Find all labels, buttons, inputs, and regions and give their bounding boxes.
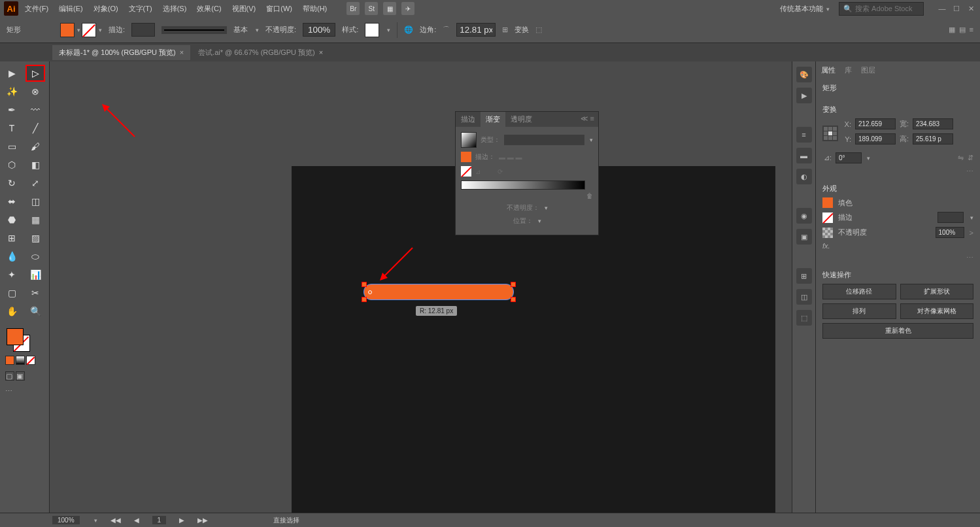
width-input[interactable] [913,118,953,129]
stroke-swatch-prop[interactable] [822,212,833,223]
zoom-level[interactable]: 100% [52,516,80,524]
workspace-switcher[interactable]: 传统基本功能 ▾ [777,4,832,14]
gradient-preview[interactable] [461,132,477,148]
height-input[interactable] [913,133,953,144]
rotate-tool[interactable]: ↻ [2,175,22,192]
bridge-icon[interactable]: Br [346,2,360,15]
page-number[interactable]: 1 [152,516,167,524]
panel-tab-gradient[interactable]: 渐变 [481,112,505,127]
rectangle-tool[interactable]: ▭ [2,138,22,155]
arrange-docs-icon[interactable]: ▦ [383,2,396,15]
opacity-input-prop[interactable] [936,227,964,238]
color-mode-solid[interactable] [5,356,14,365]
menu-effect[interactable]: 效果(C) [193,1,225,16]
curvature-tool[interactable]: 〰 [25,101,45,118]
pen-tool[interactable]: ✒ [2,101,22,118]
menu-file[interactable]: 文件(F) [21,1,52,16]
gradient-type-dropdown[interactable] [504,135,584,145]
stroke-swatch[interactable] [82,23,96,37]
perspective-tool[interactable]: ▦ [25,211,45,228]
mesh-tool[interactable]: ⊞ [2,230,22,246]
more-appearance-icon[interactable]: ⋯ [822,254,973,262]
transform-panel-icon[interactable]: ⬚ [796,310,812,326]
line-tool[interactable]: ╱ [25,120,45,137]
menu-select[interactable]: 选择(S) [159,1,191,16]
symbol-tool[interactable]: ✦ [2,266,22,283]
grad-stroke-swatch[interactable] [461,166,471,177]
props-tab-layers[interactable]: 图层 [861,65,875,75]
grad-fill-swatch[interactable] [461,152,471,162]
fx-label[interactable]: fx. [822,242,830,250]
nav-fwd-icon[interactable]: ▶ [179,517,184,524]
tab-close-icon[interactable]: × [180,48,184,56]
selection-tool[interactable]: ▶ [2,65,22,82]
pixel-align-button[interactable]: 对齐像素网格 [900,303,974,319]
close-icon[interactable]: ✕ [966,5,976,12]
edit-toolbar-icon[interactable]: ⋯ [5,387,46,396]
zoom-tool[interactable]: 🔍 [25,303,45,320]
fill-swatch[interactable] [60,23,75,37]
canvas[interactable]: R: 12.81 px 描边 渐变 透明度 ≪ ≡ 类型： ▾ 描边： [50,61,792,527]
nav-prev-icon[interactable]: ◀◀ [110,517,121,524]
free-transform-tool[interactable]: ◫ [25,193,45,210]
graphic-styles-icon[interactable]: ▣ [796,229,812,245]
flip-h-icon[interactable]: ⇋ [958,154,964,162]
brush-tool[interactable]: 🖌 [25,138,45,155]
transform-label[interactable]: 变换 [515,25,529,35]
stroke-profile[interactable] [161,26,227,34]
screen-mode-normal[interactable]: ▢ [5,371,14,381]
align-panel-icon[interactable]: ⊞ [796,268,812,284]
doc-tab-2[interactable]: 尝试.ai* @ 66.67% (RGB/GPU 预览) × [192,45,329,60]
blend-tool[interactable]: ⬭ [25,248,45,265]
doc-tab-1[interactable]: 未标题-1* @ 100% (RGB/GPU 预览) × [52,45,190,60]
stroke-weight-input[interactable] [131,23,155,37]
graph-tool[interactable]: 📊 [25,266,45,283]
y-input[interactable] [855,133,896,144]
menu-window[interactable]: 窗口(W) [262,1,296,16]
opacity-swatch-prop[interactable] [822,228,833,238]
opacity-input[interactable] [303,23,335,37]
panel-tab-stroke[interactable]: 描边 [456,112,481,127]
props-tab-libraries[interactable]: 库 [845,65,852,75]
color-mode-none[interactable] [26,356,35,365]
menu-icon[interactable]: ≡ [970,26,973,34]
stock-icon[interactable]: St [365,2,378,15]
menu-text[interactable]: 文字(T) [125,1,156,16]
nav-next-icon[interactable]: ▶▶ [197,517,208,524]
panel-icon[interactable]: ▦ [949,26,955,34]
color-panel-icon[interactable]: 🎨 [796,67,812,82]
swatches-panel-icon[interactable]: ▶ [796,88,812,103]
appearance-panel-icon[interactable]: ◉ [796,208,812,224]
align-icon[interactable]: ⊞ [502,26,508,34]
globe-icon[interactable]: 🌐 [404,26,413,34]
fill-color[interactable] [7,328,24,345]
color-mode-gradient[interactable] [16,356,25,365]
maximize-icon[interactable]: ☐ [951,5,962,12]
menu-view[interactable]: 视图(V) [228,1,260,16]
direct-selection-tool[interactable]: ▷ [25,65,45,82]
delete-stop-icon[interactable]: 🗑 [586,192,593,199]
screen-mode-full[interactable]: ▣ [16,371,25,381]
pathfinder-panel-icon[interactable]: ◫ [796,289,812,305]
corner-radius-input[interactable] [456,23,496,37]
more-options-icon[interactable]: ⋯ [822,167,973,176]
stroke-panel-icon[interactable]: ≡ [796,127,812,143]
arrange-button[interactable]: 排列 [822,303,896,319]
minimize-icon[interactable]: — [937,5,947,12]
panel-icon-2[interactable]: ▤ [959,26,966,34]
eraser-tool[interactable]: ◧ [25,156,45,173]
transparency-panel-icon[interactable]: ◐ [796,169,812,184]
gradient-panel-icon[interactable]: ▬ [796,148,812,163]
tab-close-icon[interactable]: × [319,48,323,56]
lasso-tool[interactable]: ⊗ [25,83,45,100]
nav-back-icon[interactable]: ◀ [134,517,139,524]
expand-shape-button[interactable]: 扩展形状 [900,284,974,299]
menu-edit[interactable]: 编辑(E) [55,1,87,16]
offset-path-button[interactable]: 位移路径 [822,284,896,299]
recolor-button[interactable]: 重新着色 [822,323,973,339]
x-input[interactable] [855,118,896,129]
hand-tool[interactable]: ✋ [2,303,22,320]
panel-tab-transparency[interactable]: 透明度 [505,112,537,127]
reference-point[interactable] [822,126,838,141]
menu-object[interactable]: 对象(O) [90,1,122,16]
